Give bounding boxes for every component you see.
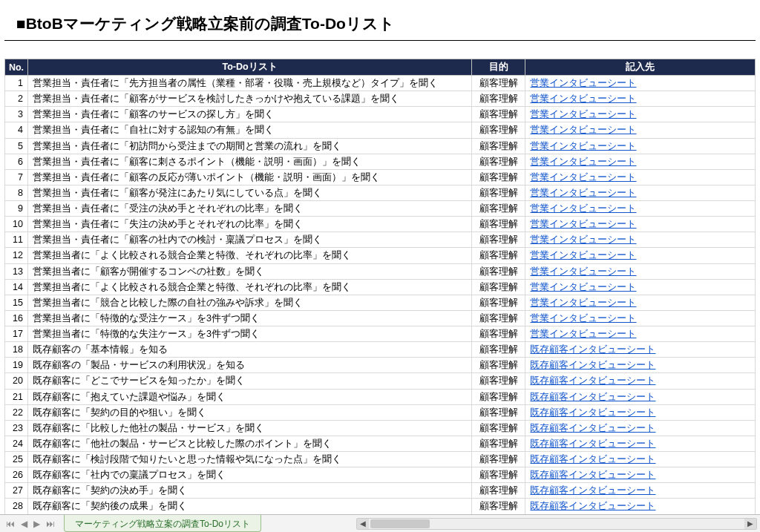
table-row[interactable]: 6営業担当・責任者に「顧客に刺さるポイント（機能・説明・画面）」を聞く顧客理解営… bbox=[5, 154, 756, 169]
dest-link[interactable]: 営業インタビューシート bbox=[530, 203, 636, 214]
table-row[interactable]: 18既存顧客の「基本情報」を知る顧客理解既存顧客インタビューシート bbox=[5, 342, 756, 358]
cell-purpose: 顧客理解 bbox=[472, 122, 525, 138]
cell-dest: 営業インタビューシート bbox=[525, 232, 756, 248]
cell-task: 営業担当者に「特徴的な受注ケース」を3件ずつ聞く bbox=[27, 310, 471, 326]
table-row[interactable]: 13営業担当者に「顧客が開催するコンペの社数」を聞く顧客理解営業インタビューシー… bbox=[5, 263, 756, 279]
dest-link[interactable]: 既存顧客インタビューシート bbox=[530, 501, 655, 511]
tab-next-icon[interactable]: ▶ bbox=[32, 519, 42, 529]
cell-no: 14 bbox=[5, 279, 28, 295]
table-row[interactable]: 3営業担当・責任者に「顧客のサービスの探し方」を聞く顧客理解営業インタビューシー… bbox=[5, 107, 756, 122]
table-row[interactable]: 25既存顧客に「検討段階で知りたいと思った情報や気になった点」を聞く顧客理解既存… bbox=[5, 452, 756, 467]
cell-task: 営業担当・責任者に「顧客がサービスを検討したきっかけや抱えている課題」を聞く bbox=[27, 91, 471, 107]
table-row[interactable]: 9営業担当・責任者に「受注の決め手とそれぞれの比率」を聞く顧客理解営業インタビュ… bbox=[5, 201, 756, 217]
table-row[interactable]: 19既存顧客の「製品・サービスの利用状況」を知る顧客理解既存顧客インタビューシー… bbox=[5, 358, 756, 373]
col-purpose-header: 目的 bbox=[472, 59, 525, 76]
sheet-tab-label: マーケティング戦略立案の調査To-Doリスト bbox=[75, 518, 250, 531]
sheet-tab-active[interactable]: マーケティング戦略立案の調査To-Doリスト bbox=[64, 515, 261, 532]
dest-link[interactable]: 営業インタビューシート bbox=[530, 282, 636, 292]
cell-no: 1 bbox=[5, 76, 28, 91]
cell-dest: 営業インタビューシート bbox=[525, 295, 756, 310]
table-row[interactable]: 2営業担当・責任者に「顧客がサービスを検討したきっかけや抱えている課題」を聞く顧… bbox=[5, 91, 756, 107]
table-row[interactable]: 26既存顧客に「社内での稟議プロセス」を聞く顧客理解既存顧客インタビューシート bbox=[5, 467, 756, 483]
tab-prev-icon[interactable]: ◀ bbox=[19, 519, 29, 529]
dest-link[interactable]: 営業インタビューシート bbox=[530, 250, 636, 260]
cell-task: 営業担当・責任者に「初訪問から受注までの期間と営業の流れ」を聞く bbox=[27, 138, 471, 154]
table-row[interactable]: 7営業担当・責任者に「顧客の反応が薄いポイント（機能・説明・画面）」を聞く顧客理… bbox=[5, 169, 756, 185]
cell-task: 既存顧客の「製品・サービスの利用状況」を知る bbox=[27, 358, 471, 373]
table-row[interactable]: 5営業担当・責任者に「初訪問から受注までの期間と営業の流れ」を聞く顧客理解営業イ… bbox=[5, 138, 756, 154]
cell-task: 営業担当者に「特徴的な失注ケース」を3件ずつ聞く bbox=[27, 326, 471, 342]
cell-task: 既存顧客に「契約後の成果」を聞く bbox=[27, 499, 471, 514]
cell-no: 15 bbox=[5, 295, 28, 310]
cell-dest: 営業インタビューシート bbox=[525, 263, 756, 279]
table-row[interactable]: 23既存顧客に「比較した他社の製品・サービス」を聞く顧客理解既存顧客インタビュー… bbox=[5, 420, 756, 436]
cell-no: 11 bbox=[5, 232, 28, 248]
hscroll-right-icon[interactable]: ▶ bbox=[744, 519, 756, 529]
dest-link[interactable]: 既存顧客インタビューシート bbox=[530, 392, 655, 402]
table-row[interactable]: 8営業担当・責任者に「顧客が発注にあたり気にしている点」を聞く顧客理解営業インタ… bbox=[5, 185, 756, 200]
cell-no: 7 bbox=[5, 169, 28, 185]
cell-dest: 営業インタビューシート bbox=[525, 185, 756, 200]
table-row[interactable]: 22既存顧客に「契約の目的や狙い」を聞く顧客理解既存顧客インタビューシート bbox=[5, 404, 756, 420]
table-row[interactable]: 11営業担当・責任者に「顧客の社内での検討・稟議プロセス」を聞く顧客理解営業イン… bbox=[5, 232, 756, 248]
dest-link[interactable]: 既存顧客インタビューシート bbox=[530, 407, 655, 418]
cell-no: 20 bbox=[5, 373, 28, 389]
dest-link[interactable]: 営業インタビューシート bbox=[530, 234, 636, 245]
header-row: No. To-Doリスト 目的 記入先 bbox=[5, 59, 756, 76]
dest-link[interactable]: 既存顧客インタビューシート bbox=[530, 360, 655, 370]
cell-no: 18 bbox=[5, 342, 28, 358]
dest-link[interactable]: 営業インタビューシート bbox=[530, 266, 636, 277]
dest-link[interactable]: 既存顧客インタビューシート bbox=[530, 344, 655, 355]
dest-link[interactable]: 営業インタビューシート bbox=[530, 125, 636, 135]
col-no-header: No. bbox=[5, 59, 28, 76]
cell-no: 10 bbox=[5, 217, 28, 232]
table-row[interactable]: 27既存顧客に「契約の決め手」を聞く顧客理解既存顧客インタビューシート bbox=[5, 483, 756, 499]
horizontal-scrollbar[interactable]: ◀ ▶ bbox=[356, 518, 757, 530]
dest-link[interactable]: 既存顧客インタビューシート bbox=[530, 439, 655, 449]
cell-no: 16 bbox=[5, 310, 28, 326]
dest-link[interactable]: 営業インタビューシート bbox=[530, 172, 636, 183]
cell-purpose: 顧客理解 bbox=[472, 389, 525, 404]
table-row[interactable]: 28既存顧客に「契約後の成果」を聞く顧客理解既存顧客インタビューシート bbox=[5, 499, 756, 514]
tab-last-icon[interactable]: ⏭ bbox=[45, 519, 56, 529]
table-row[interactable]: 17営業担当者に「特徴的な失注ケース」を3件ずつ聞く顧客理解営業インタビューシー… bbox=[5, 326, 756, 342]
dest-link[interactable]: 営業インタビューシート bbox=[530, 141, 636, 151]
dest-link[interactable]: 営業インタビューシート bbox=[530, 329, 636, 339]
tab-nav-buttons[interactable]: ⏮ ◀ ▶ ⏭ bbox=[0, 515, 61, 532]
dest-link[interactable]: 既存顧客インタビューシート bbox=[530, 454, 655, 464]
cell-dest: 営業インタビューシート bbox=[525, 326, 756, 342]
table-row[interactable]: 10営業担当・責任者に「失注の決め手とそれぞれの比率」を聞く顧客理解営業インタビ… bbox=[5, 217, 756, 232]
cell-dest: 営業インタビューシート bbox=[525, 154, 756, 169]
table-row[interactable]: 4営業担当・責任者に「自社に対する認知の有無」を聞く顧客理解営業インタビューシー… bbox=[5, 122, 756, 138]
dest-link[interactable]: 既存顧客インタビューシート bbox=[530, 485, 655, 496]
cell-purpose: 顧客理解 bbox=[472, 358, 525, 373]
dest-link[interactable]: 営業インタビューシート bbox=[530, 93, 636, 104]
hscroll-thumb[interactable] bbox=[370, 519, 430, 528]
table-row[interactable]: 16営業担当者に「特徴的な受注ケース」を3件ずつ聞く顧客理解営業インタビューシー… bbox=[5, 310, 756, 326]
cell-no: 26 bbox=[5, 467, 28, 483]
hscroll-left-icon[interactable]: ◀ bbox=[357, 519, 369, 529]
dest-link[interactable]: 営業インタビューシート bbox=[530, 298, 636, 308]
dest-link[interactable]: 営業インタビューシート bbox=[530, 109, 636, 119]
dest-link[interactable]: 営業インタビューシート bbox=[530, 188, 636, 198]
dest-link[interactable]: 営業インタビューシート bbox=[530, 219, 636, 229]
cell-no: 24 bbox=[5, 436, 28, 451]
tab-first-icon[interactable]: ⏮ bbox=[4, 519, 16, 529]
cell-dest: 営業インタビューシート bbox=[525, 248, 756, 263]
dest-link[interactable]: 営業インタビューシート bbox=[530, 78, 636, 88]
dest-link[interactable]: 営業インタビューシート bbox=[530, 157, 636, 167]
table-row[interactable]: 24既存顧客に「他社の製品・サービスと比較した際のポイント」を聞く顧客理解既存顧… bbox=[5, 436, 756, 451]
table-row[interactable]: 20既存顧客に「どこでサービスを知ったか」を聞く顧客理解既存顧客インタビューシー… bbox=[5, 373, 756, 389]
dest-link[interactable]: 既存顧客インタビューシート bbox=[530, 423, 655, 433]
cell-no: 25 bbox=[5, 452, 28, 467]
table-row[interactable]: 15営業担当者に「競合と比較した際の自社の強みや訴求」を聞く顧客理解営業インタビ… bbox=[5, 295, 756, 310]
dest-link[interactable]: 既存顧客インタビューシート bbox=[530, 470, 655, 480]
cell-no: 22 bbox=[5, 404, 28, 420]
table-row[interactable]: 14営業担当者に「よく比較される競合企業と特徴、それぞれの比率」を聞く顧客理解営… bbox=[5, 279, 756, 295]
table-row[interactable]: 21既存顧客に「抱えていた課題や悩み」を聞く顧客理解既存顧客インタビューシート bbox=[5, 389, 756, 404]
table-row[interactable]: 1営業担当・責任者に「先方担当者の属性（業種・部署・役職・売上規模など）タイプ」… bbox=[5, 76, 756, 91]
dest-link[interactable]: 営業インタビューシート bbox=[530, 313, 636, 324]
table-row[interactable]: 12営業担当者に「よく比較される競合企業と特徴、それぞれの比率」を聞く顧客理解営… bbox=[5, 248, 756, 263]
cell-no: 2 bbox=[5, 91, 28, 107]
dest-link[interactable]: 既存顧客インタビューシート bbox=[530, 375, 655, 386]
